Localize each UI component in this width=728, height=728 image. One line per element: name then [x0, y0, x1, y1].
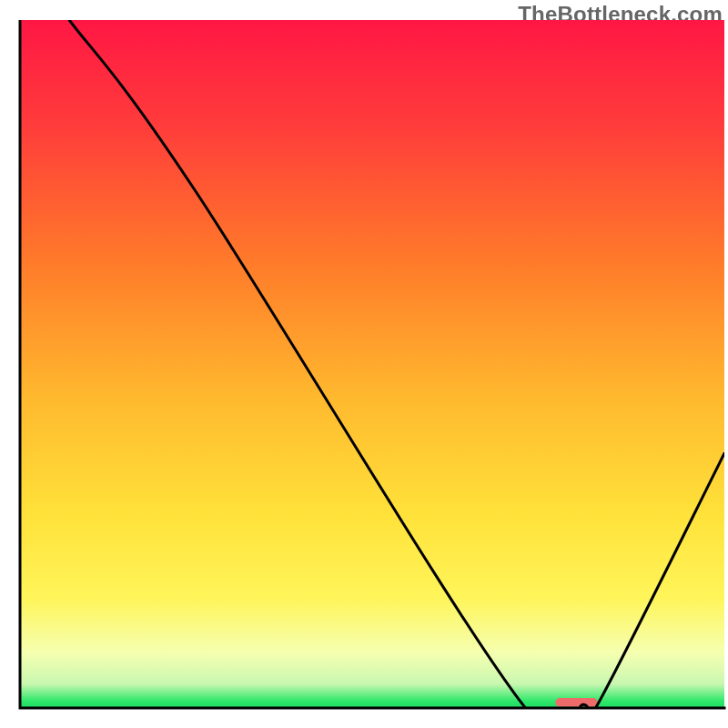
optimal-marker	[555, 698, 597, 707]
gradient-background	[20, 20, 724, 708]
bottleneck-plot	[0, 20, 728, 728]
chart-canvas: TheBottleneck.com	[0, 0, 728, 728]
